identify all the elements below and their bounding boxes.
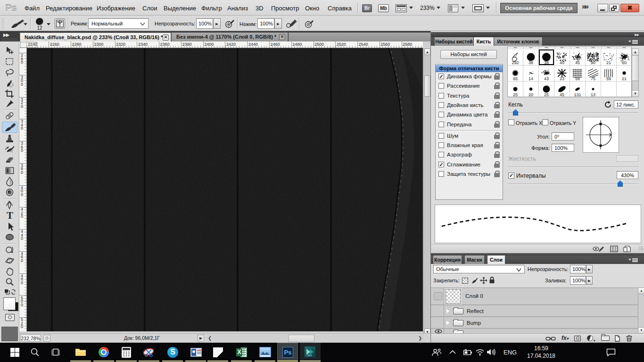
svg-text:MAX: MAX xyxy=(307,354,312,357)
